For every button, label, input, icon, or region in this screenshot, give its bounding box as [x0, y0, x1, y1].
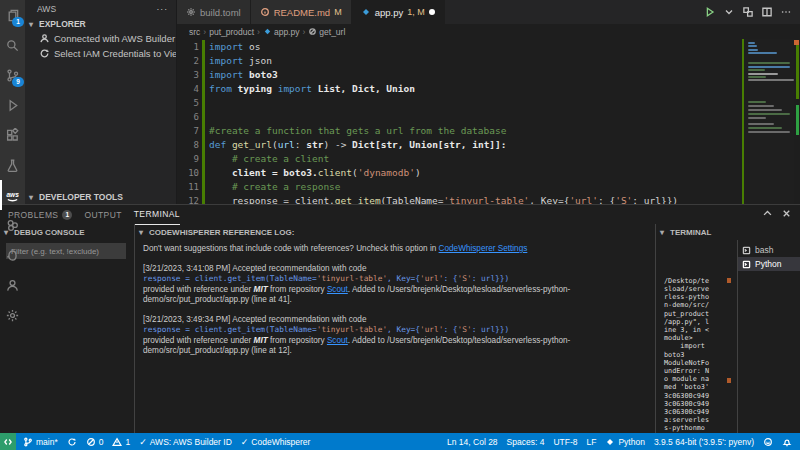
hand-icon[interactable]: [0, 240, 25, 270]
code-line: 10 client = boto3.client('dynamodb'): [177, 166, 742, 180]
terminal-icon: [742, 246, 751, 255]
code-line: 5: [177, 96, 742, 110]
source-control-icon[interactable]: 9: [0, 60, 25, 90]
codewhisperer-reference-log-pane: ▾ CODEWHISPERER REFERENCE LOG: Don't wan…: [134, 224, 655, 433]
shell-item-bash[interactable]: bash: [738, 243, 800, 257]
aws-icon[interactable]: aws: [0, 180, 25, 210]
notifications-bell[interactable]: [782, 437, 792, 447]
reference-log-entry: [3/21/2023, 3:49:34 PM] Accepted recomme…: [143, 315, 647, 357]
terminal-error-marker: [727, 278, 731, 283]
code-line: 11 # create a response: [177, 180, 742, 194]
run-button[interactable]: [704, 6, 716, 18]
indentation[interactable]: Spaces: 4: [507, 437, 545, 447]
sidebar-item-select-iam-credentials-to-view[interactable]: Select IAM Credentials to View ...: [25, 46, 176, 61]
editor-tab-bar: build.tomlREADME.mdMapp.py1, M: [177, 0, 800, 24]
python-icon: [263, 27, 272, 36]
codewhisperer-settings-link[interactable]: CodeWhisperer Settings: [439, 244, 528, 253]
line-number[interactable]: 10: [177, 166, 199, 180]
modified-dot: [794, 40, 799, 45]
maximize-panel-icon[interactable]: [762, 208, 773, 221]
search-icon[interactable]: [0, 30, 25, 60]
sync-icon: [39, 48, 50, 59]
warnings-status[interactable]: 1: [112, 437, 130, 447]
code-line: 12 response = client.get_item(TableName=…: [177, 194, 742, 204]
line-number[interactable]: 4: [177, 82, 199, 96]
sidebar-more-actions-icon[interactable]: ···: [157, 4, 169, 14]
bottom-panel: PROBLEMS1OUTPUTTERMINAL ▾ DEBUG CONSOLE …: [0, 204, 800, 433]
code-line: 1import os: [177, 40, 742, 54]
panel-tab-terminal[interactable]: TERMINAL: [134, 205, 180, 225]
reference-log-header[interactable]: ▾ CODEWHISPERER REFERENCE LOG:: [135, 224, 655, 240]
notifications-bell-icon: [782, 437, 792, 447]
line-number[interactable]: 3: [177, 68, 199, 82]
run-dropdown-icon[interactable]: [723, 6, 735, 18]
code-line: 8def get_url(url: str) -> Dict[str, Unio…: [177, 138, 742, 152]
account-icon[interactable]: [0, 270, 25, 300]
panel-tab-output[interactable]: OUTPUT: [84, 205, 121, 224]
line-number[interactable]: 5: [177, 96, 199, 110]
line-number[interactable]: 8: [177, 138, 199, 152]
explorer-section-header[interactable]: ▾ EXPLORER: [25, 17, 176, 31]
encoding[interactable]: UTF-8: [553, 437, 577, 447]
gear-icon: [186, 7, 196, 17]
close-panel-icon[interactable]: [781, 208, 792, 221]
vscode-window: 19aws AWS ··· ▾ EXPLORER Connected with …: [0, 0, 800, 450]
breadcrumb-src[interactable]: src: [189, 27, 200, 37]
line-number[interactable]: 11: [177, 180, 199, 194]
shell-item-python[interactable]: Python: [738, 257, 800, 271]
overview-ruler: [794, 39, 800, 204]
settings-gear-icon[interactable]: [0, 300, 25, 330]
line-number[interactable]: 2: [177, 54, 199, 68]
modified-marker: M: [334, 7, 342, 17]
breadcrumb[interactable]: src›put_product›app.py›get_url: [177, 24, 800, 39]
terminal-header[interactable]: ▾ TERMINAL: [656, 224, 800, 240]
extensions-icon[interactable]: [0, 120, 25, 150]
cursor-position[interactable]: Ln 14, Col 28: [447, 437, 498, 447]
breadcrumb-put_product[interactable]: put_product: [209, 27, 254, 37]
line-number[interactable]: 7: [177, 124, 199, 138]
sidebar-item-connected-with-aws-builder-id[interactable]: Connected with AWS Builder ID: [25, 31, 176, 46]
breadcrumb-get_url[interactable]: get_url: [308, 27, 345, 37]
open-changes-icon[interactable]: [742, 6, 754, 18]
line-number[interactable]: 9: [177, 152, 199, 166]
repository-link[interactable]: Scout: [327, 336, 348, 345]
terminal-icon: [742, 260, 751, 269]
tab-README.md[interactable]: README.mdM: [251, 0, 352, 24]
circles-cluster-icon[interactable]: [0, 210, 25, 240]
run-debug-icon[interactable]: [0, 90, 25, 120]
split-editor-icon[interactable]: [761, 6, 773, 18]
files-explorer-icon[interactable]: 1: [0, 0, 25, 30]
remote-indicator[interactable]: [0, 433, 16, 450]
tab-app.py[interactable]: app.py1, M: [352, 0, 445, 24]
line-number[interactable]: 6: [177, 110, 199, 124]
breadcrumb-app.py[interactable]: app.py: [263, 27, 300, 37]
terminal-shell-list: bashPython: [737, 240, 800, 433]
language-mode[interactable]: Python: [605, 437, 644, 447]
sync-status[interactable]: [67, 437, 77, 447]
terminal-output[interactable]: /Desktop/tesload/serverless-python-demo/…: [656, 240, 737, 433]
minimap[interactable]: [742, 39, 800, 204]
eol[interactable]: LF: [587, 437, 597, 447]
python-interpreter[interactable]: 3.9.5 64-bit ('3.9.5': pyenv): [654, 437, 754, 447]
line-number[interactable]: 12: [177, 194, 199, 204]
codewhisperer-status[interactable]: ✓CodeWhisperer: [241, 437, 311, 447]
code-line: 3import boto3: [177, 68, 742, 82]
test-beaker-icon[interactable]: [0, 150, 25, 180]
language-mode-icon: [605, 437, 615, 447]
feedback-icon[interactable]: [763, 437, 773, 447]
check-icon: ✓: [139, 437, 147, 447]
errors-status[interactable]: 0: [86, 437, 104, 447]
git-branch-status[interactable]: main*: [23, 437, 58, 447]
aws-builder-id-status[interactable]: ✓AWS: AWS Builder ID: [139, 437, 232, 447]
problems-badge: 1: [62, 210, 72, 220]
line-number[interactable]: 1: [177, 40, 199, 54]
code-editor[interactable]: 1import os2import json3import boto34from…: [177, 39, 800, 204]
code-line: 7#create a function that gets a url from…: [177, 124, 742, 138]
developer-tools-section-header[interactable]: ▾ DEVELOPER TOOLS: [25, 190, 176, 204]
activity-bar: 19aws: [0, 0, 25, 204]
unsaved-dot-icon[interactable]: [429, 9, 435, 15]
more-actions-icon[interactable]: [780, 6, 792, 18]
feedback-icon-icon: [763, 437, 773, 447]
tab-build.toml[interactable]: build.toml: [177, 0, 251, 24]
repository-link[interactable]: Scout: [327, 285, 348, 294]
